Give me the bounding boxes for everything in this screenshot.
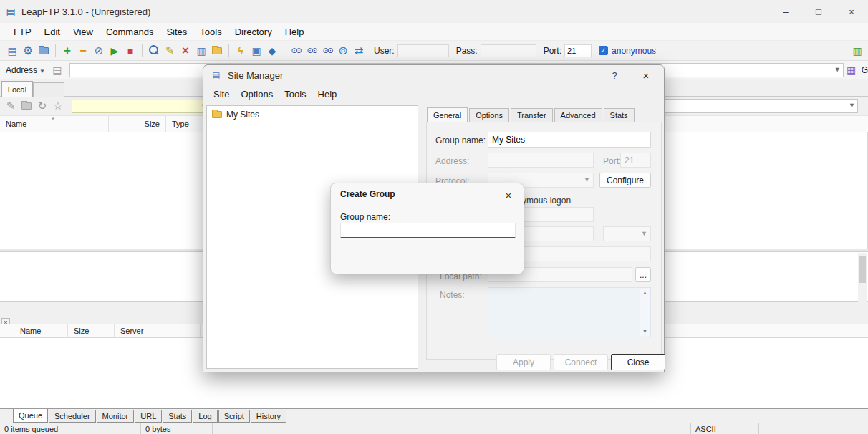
find-icon[interactable] xyxy=(288,43,304,59)
panel-icon[interactable] xyxy=(249,43,264,59)
address-dropdown-icon[interactable]: ▼ xyxy=(39,68,45,74)
start-icon[interactable] xyxy=(107,43,122,59)
menu-sites[interactable]: Sites xyxy=(160,24,193,39)
pass-input[interactable] xyxy=(481,44,536,57)
log-scrollbar[interactable] xyxy=(858,253,867,302)
tab-stats[interactable]: Stats xyxy=(163,410,192,423)
sm-menu-help[interactable]: Help xyxy=(312,87,343,101)
tab-monitor[interactable]: Monitor xyxy=(97,410,135,423)
go-button[interactable]: G xyxy=(862,65,868,75)
edit-icon[interactable] xyxy=(3,98,19,114)
folder-icon[interactable] xyxy=(36,43,52,59)
scroll-up-icon[interactable]: ▲ xyxy=(640,289,650,297)
scroll-down-icon[interactable]: ▼ xyxy=(640,327,650,336)
tab-url[interactable]: URL xyxy=(135,410,162,423)
favorites-star-icon[interactable] xyxy=(50,98,66,114)
local-path-combobox[interactable]: ▼ xyxy=(72,100,210,113)
close-button[interactable]: × xyxy=(835,0,868,23)
find-next-icon[interactable] xyxy=(304,43,319,59)
menu-help[interactable]: Help xyxy=(279,24,311,39)
quick-connect-lightning-icon[interactable] xyxy=(233,43,249,59)
delete-icon[interactable] xyxy=(178,43,193,59)
queue-column-name[interactable]: Name xyxy=(14,324,68,337)
folder-up-icon[interactable] xyxy=(209,43,225,59)
tab-transfer[interactable]: Transfer xyxy=(511,108,553,122)
tab-history[interactable]: History xyxy=(251,410,286,423)
app-window: ▤ LeapFTP 3.1.0 - (Unregistered) – □ × F… xyxy=(0,0,868,434)
sm-port-label: Port: xyxy=(603,156,621,166)
create-group-close-icon[interactable]: × xyxy=(499,186,518,203)
tab-blank[interactable] xyxy=(33,82,64,97)
user-input[interactable] xyxy=(397,44,449,57)
status-spacer-right xyxy=(759,423,868,434)
apply-button[interactable]: Apply xyxy=(496,354,551,370)
refresh-icon[interactable] xyxy=(34,98,50,114)
tab-options[interactable]: Options xyxy=(469,108,509,122)
sm-port-input[interactable] xyxy=(620,153,651,168)
gear-icon[interactable] xyxy=(20,43,36,59)
dialog-icon xyxy=(211,69,222,81)
tab-local[interactable]: Local xyxy=(1,81,33,97)
group-name-input[interactable] xyxy=(488,132,651,148)
menu-tools[interactable]: Tools xyxy=(193,24,228,39)
column-name[interactable]: Name^ xyxy=(0,116,109,132)
browse-button[interactable]: ... xyxy=(635,267,651,282)
add-icon[interactable] xyxy=(59,43,75,59)
notes-scrollbar[interactable]: ▲ ▼ xyxy=(640,289,650,336)
tab-log[interactable]: Log xyxy=(193,410,217,423)
document-icon[interactable] xyxy=(193,43,209,59)
tree-item-my-sites[interactable]: My Sites xyxy=(207,106,418,120)
chevron-down-icon[interactable]: ▼ xyxy=(834,66,841,73)
globe-icon[interactable] xyxy=(335,43,351,59)
menu-view[interactable]: View xyxy=(67,24,100,39)
tab-script[interactable]: Script xyxy=(218,410,250,423)
anonymous-checkbox[interactable] xyxy=(599,46,608,55)
queue-column-size[interactable]: Size xyxy=(68,324,115,337)
sm-address-input[interactable] xyxy=(488,153,594,168)
tab-stats[interactable]: Stats xyxy=(604,108,635,122)
column-size[interactable]: Size xyxy=(109,116,166,132)
transfer-mode-icon[interactable] xyxy=(351,43,367,59)
close-dialog-button[interactable]: Close xyxy=(611,354,665,370)
menu-ftp[interactable]: FTP xyxy=(7,24,38,39)
stop-icon[interactable] xyxy=(122,43,138,59)
help-icon[interactable]: ? xyxy=(602,65,627,85)
search-icon[interactable] xyxy=(146,43,162,59)
folder-gray-icon[interactable] xyxy=(19,98,34,114)
diamond-icon[interactable] xyxy=(264,43,280,59)
toolbar: User: Pass: Port: anonymous xyxy=(0,41,868,61)
find-prev-icon[interactable] xyxy=(319,43,335,59)
password-type-combobox[interactable]: ▼ xyxy=(603,226,651,241)
queue-column-server[interactable]: Server xyxy=(115,324,201,337)
create-group-name-input[interactable] xyxy=(340,223,516,238)
tab-general[interactable]: General xyxy=(427,107,468,122)
folder-icon xyxy=(212,111,222,118)
sm-menu-site[interactable]: Site xyxy=(208,87,235,101)
edit-pencil-icon[interactable] xyxy=(162,43,178,59)
tab-queue[interactable]: Queue xyxy=(13,409,48,423)
sm-menu-options[interactable]: Options xyxy=(235,87,279,101)
disconnect-icon[interactable] xyxy=(91,43,107,59)
menu-edit[interactable]: Edit xyxy=(38,24,67,39)
menu-directory[interactable]: Directory xyxy=(228,24,279,39)
clipboard-icon[interactable] xyxy=(49,62,65,78)
maximize-button[interactable]: □ xyxy=(802,0,835,23)
dialog-close-icon[interactable]: × xyxy=(634,65,658,85)
tab-scheduler[interactable]: Scheduler xyxy=(49,410,96,423)
minimize-button[interactable]: – xyxy=(769,0,802,23)
chevron-down-icon[interactable]: ▼ xyxy=(849,102,855,109)
notes-textarea[interactable]: ▲ ▼ xyxy=(488,287,651,337)
address-label[interactable]: Address xyxy=(6,65,37,75)
menu-commands[interactable]: Commands xyxy=(100,24,160,39)
address-book-icon[interactable] xyxy=(849,43,865,59)
configure-button[interactable]: Configure xyxy=(599,173,651,188)
remove-icon[interactable] xyxy=(75,43,91,59)
sm-menu-tools[interactable]: Tools xyxy=(279,87,312,101)
tab-advanced[interactable]: Advanced xyxy=(554,108,602,122)
connect-icon[interactable] xyxy=(4,43,20,59)
port-input[interactable] xyxy=(564,44,592,57)
bookmark-folder-icon[interactable] xyxy=(844,62,859,78)
scrollbar-thumb[interactable] xyxy=(859,256,866,283)
connect-button[interactable]: Connect xyxy=(554,354,608,370)
titlebar: ▤ LeapFTP 3.1.0 - (Unregistered) – □ × xyxy=(0,0,868,23)
